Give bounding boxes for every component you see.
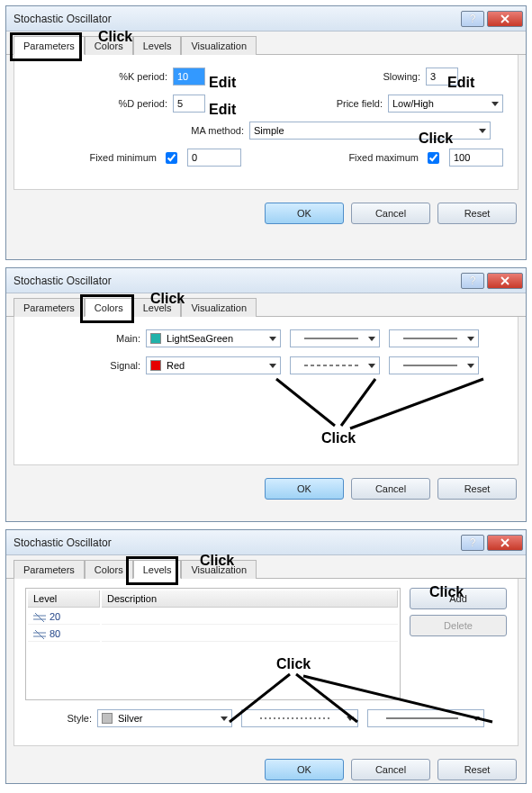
tab-body: Level Description 20 80 Add Delet xyxy=(14,579,518,746)
level-icon xyxy=(33,613,46,622)
window-title: Stochastic Oscillator xyxy=(14,275,458,287)
close-button[interactable] xyxy=(487,535,523,551)
tab-levels[interactable]: Levels xyxy=(133,298,182,317)
level-value: 80 xyxy=(50,628,60,639)
level-value: 20 xyxy=(50,611,60,622)
reset-button[interactable]: Reset xyxy=(437,478,517,500)
cancel-button[interactable]: Cancel xyxy=(351,478,430,500)
line-sample xyxy=(294,365,368,366)
ma-method-label: MA method: xyxy=(29,125,249,136)
tab-bar: Parameters Colors Levels Visualization xyxy=(6,555,526,579)
tab-visualization[interactable]: Visualization xyxy=(181,560,257,579)
main-linestyle-combo[interactable] xyxy=(290,329,380,347)
tab-visualization[interactable]: Visualization xyxy=(181,298,257,317)
fixed-min-input[interactable] xyxy=(187,149,241,167)
button-row: OK Cancel Reset xyxy=(6,473,526,509)
table-row[interactable]: 80 xyxy=(28,626,398,642)
signal-linestyle-combo[interactable] xyxy=(290,356,380,374)
style-color-value: Silver xyxy=(118,713,143,724)
chevron-down-icon xyxy=(269,337,276,341)
line-sample xyxy=(393,365,467,366)
svg-line-9 xyxy=(35,630,44,639)
line-sample xyxy=(393,338,467,339)
table-row[interactable]: 20 xyxy=(28,609,398,625)
window-title: Stochastic Oscillator xyxy=(14,13,458,25)
price-field-combo[interactable]: Low/High xyxy=(388,95,503,113)
levels-table[interactable]: Level Description 20 80 xyxy=(25,588,401,700)
fixed-max-input[interactable] xyxy=(449,149,503,167)
button-row: OK Cancel Reset xyxy=(6,197,526,233)
cancel-button[interactable]: Cancel xyxy=(351,203,430,224)
chevron-down-icon xyxy=(221,716,228,721)
level-desc xyxy=(102,626,398,642)
cancel-button[interactable]: Cancel xyxy=(351,759,430,780)
ma-method-combo[interactable]: Simple xyxy=(249,122,491,140)
chevron-down-icon xyxy=(269,364,276,368)
reset-button[interactable]: Reset xyxy=(437,203,517,224)
help-button[interactable]: ? xyxy=(461,273,484,289)
chevron-down-icon xyxy=(368,337,375,341)
color-swatch xyxy=(150,360,161,371)
signal-color-combo[interactable]: Red xyxy=(146,356,281,374)
line-sample xyxy=(294,338,368,339)
main-color-combo[interactable]: LightSeaGreen xyxy=(146,329,281,347)
titlebar: Stochastic Oscillator ? xyxy=(6,530,526,555)
k-period-label: %K period: xyxy=(29,71,173,82)
slowing-label: Slowing: xyxy=(363,71,426,82)
tab-parameters[interactable]: Parameters xyxy=(14,36,85,55)
ok-button[interactable]: OK xyxy=(265,759,344,780)
ma-method-value: Simple xyxy=(254,125,284,136)
table-header-level: Level xyxy=(28,590,100,608)
style-color-combo[interactable]: Silver xyxy=(97,709,232,727)
line-sample xyxy=(372,717,473,719)
delete-button[interactable]: Delete xyxy=(410,615,507,636)
dialog-colors: Stochastic Oscillator ? Parameters Color… xyxy=(5,267,527,522)
chevron-down-icon xyxy=(467,364,474,368)
tab-colors[interactable]: Colors xyxy=(85,560,133,579)
price-field-label: Price field: xyxy=(325,98,388,109)
help-button[interactable]: ? xyxy=(461,535,484,551)
tab-colors[interactable]: Colors xyxy=(85,298,133,317)
main-linewidth-combo[interactable] xyxy=(389,329,479,347)
svg-line-6 xyxy=(35,613,44,622)
color-swatch xyxy=(150,333,161,344)
signal-linewidth-combo[interactable] xyxy=(389,356,479,374)
d-period-input[interactable] xyxy=(173,95,205,113)
k-period-input[interactable] xyxy=(173,68,205,86)
slowing-input[interactable] xyxy=(426,68,458,86)
tab-colors[interactable]: Colors xyxy=(85,36,133,55)
fixed-max-label: Fixed maximum xyxy=(334,152,424,163)
tab-parameters[interactable]: Parameters xyxy=(14,298,85,317)
tab-visualization[interactable]: Visualization xyxy=(181,36,257,55)
close-button[interactable] xyxy=(487,273,523,289)
close-button[interactable] xyxy=(487,11,523,27)
button-row: OK Cancel Reset xyxy=(6,753,526,789)
fixed-max-check[interactable] xyxy=(428,152,439,164)
line-sample xyxy=(246,717,347,719)
close-icon xyxy=(500,14,509,23)
level-icon xyxy=(33,630,46,639)
tab-body: Main: LightSeaGreen Signal: Red xyxy=(14,317,518,465)
dialog-levels: Stochastic Oscillator ? Parameters Color… xyxy=(5,529,527,784)
price-field-value: Low/High xyxy=(392,98,434,109)
add-button[interactable]: Add xyxy=(410,588,507,609)
tab-levels[interactable]: Levels xyxy=(133,36,182,55)
tab-parameters[interactable]: Parameters xyxy=(14,560,85,579)
fixed-min-check[interactable] xyxy=(166,152,177,164)
chevron-down-icon xyxy=(479,129,486,133)
main-color-label: Main: xyxy=(29,333,146,344)
signal-color-label: Signal: xyxy=(29,360,146,371)
style-linewidth-combo[interactable] xyxy=(367,709,484,727)
dialog-parameters: Stochastic Oscillator ? Parameters Color… xyxy=(5,5,527,260)
signal-color-value: Red xyxy=(167,360,185,371)
tab-body: %K period: Slowing: %D period: Price fie… xyxy=(14,55,518,190)
color-swatch xyxy=(102,713,113,724)
main-color-value: LightSeaGreen xyxy=(167,333,233,344)
ok-button[interactable]: OK xyxy=(265,203,344,224)
reset-button[interactable]: Reset xyxy=(437,759,517,780)
tab-levels[interactable]: Levels xyxy=(133,560,182,579)
ok-button[interactable]: OK xyxy=(265,478,344,500)
chevron-down-icon xyxy=(473,716,480,721)
help-button[interactable]: ? xyxy=(461,11,484,27)
style-linestyle-combo[interactable] xyxy=(241,709,358,727)
